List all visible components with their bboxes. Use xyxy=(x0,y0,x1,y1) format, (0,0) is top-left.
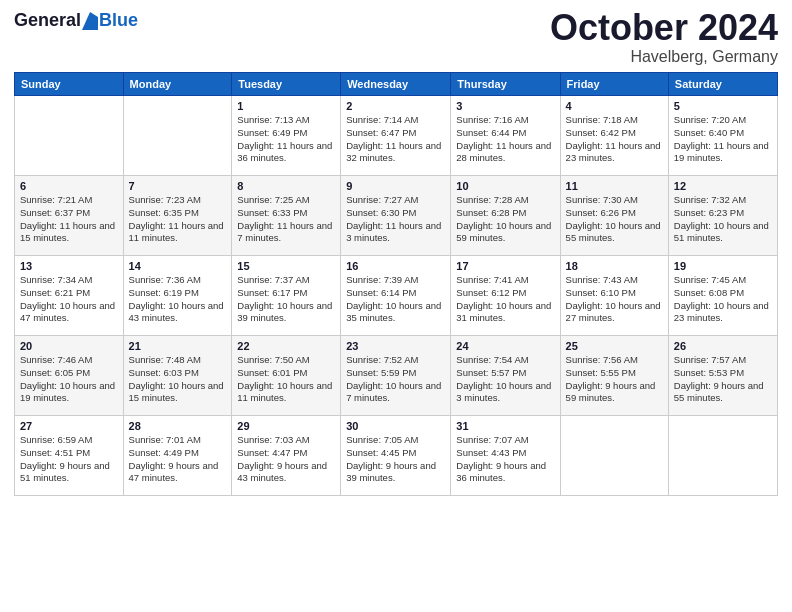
svg-marker-0 xyxy=(82,12,98,30)
day-sunrise: Sunrise: 7:20 AM xyxy=(674,114,746,125)
calendar-week-row: 27 Sunrise: 6:59 AM Sunset: 4:51 PM Dayl… xyxy=(15,416,778,496)
day-sunrise: Sunrise: 7:13 AM xyxy=(237,114,309,125)
day-number: 17 xyxy=(456,260,554,272)
day-daylight: Daylight: 10 hours and 7 minutes. xyxy=(346,380,441,404)
day-sunrise: Sunrise: 7:01 AM xyxy=(129,434,201,445)
day-sunset: Sunset: 5:53 PM xyxy=(674,367,744,378)
day-number: 25 xyxy=(566,340,663,352)
title-month: October 2024 xyxy=(550,10,778,46)
day-sunset: Sunset: 6:30 PM xyxy=(346,207,416,218)
day-sunrise: Sunrise: 7:05 AM xyxy=(346,434,418,445)
table-row: 2 Sunrise: 7:14 AM Sunset: 6:47 PM Dayli… xyxy=(341,96,451,176)
day-daylight: Daylight: 11 hours and 23 minutes. xyxy=(566,140,661,164)
col-wednesday: Wednesday xyxy=(341,73,451,96)
table-row: 7 Sunrise: 7:23 AM Sunset: 6:35 PM Dayli… xyxy=(123,176,232,256)
col-saturday: Saturday xyxy=(668,73,777,96)
day-daylight: Daylight: 11 hours and 36 minutes. xyxy=(237,140,332,164)
logo-blue: Blue xyxy=(99,10,138,31)
day-number: 23 xyxy=(346,340,445,352)
table-row xyxy=(668,416,777,496)
header: General Blue October 2024 Havelberg, Ger… xyxy=(14,10,778,66)
day-sunset: Sunset: 6:19 PM xyxy=(129,287,199,298)
table-row: 22 Sunrise: 7:50 AM Sunset: 6:01 PM Dayl… xyxy=(232,336,341,416)
table-row: 5 Sunrise: 7:20 AM Sunset: 6:40 PM Dayli… xyxy=(668,96,777,176)
day-sunset: Sunset: 6:17 PM xyxy=(237,287,307,298)
table-row: 20 Sunrise: 7:46 AM Sunset: 6:05 PM Dayl… xyxy=(15,336,124,416)
day-daylight: Daylight: 11 hours and 11 minutes. xyxy=(129,220,224,244)
day-number: 20 xyxy=(20,340,118,352)
day-number: 19 xyxy=(674,260,772,272)
col-sunday: Sunday xyxy=(15,73,124,96)
day-number: 10 xyxy=(456,180,554,192)
day-sunrise: Sunrise: 7:46 AM xyxy=(20,354,92,365)
table-row: 16 Sunrise: 7:39 AM Sunset: 6:14 PM Dayl… xyxy=(341,256,451,336)
day-daylight: Daylight: 9 hours and 36 minutes. xyxy=(456,460,546,484)
table-row: 31 Sunrise: 7:07 AM Sunset: 4:43 PM Dayl… xyxy=(451,416,560,496)
day-number: 24 xyxy=(456,340,554,352)
day-daylight: Daylight: 10 hours and 15 minutes. xyxy=(129,380,224,404)
day-sunset: Sunset: 6:21 PM xyxy=(20,287,90,298)
day-daylight: Daylight: 10 hours and 11 minutes. xyxy=(237,380,332,404)
logo: General Blue xyxy=(14,10,138,31)
day-sunrise: Sunrise: 7:23 AM xyxy=(129,194,201,205)
day-sunrise: Sunrise: 7:57 AM xyxy=(674,354,746,365)
day-daylight: Daylight: 9 hours and 43 minutes. xyxy=(237,460,327,484)
day-sunrise: Sunrise: 7:39 AM xyxy=(346,274,418,285)
table-row: 24 Sunrise: 7:54 AM Sunset: 5:57 PM Dayl… xyxy=(451,336,560,416)
day-number: 2 xyxy=(346,100,445,112)
day-number: 11 xyxy=(566,180,663,192)
day-sunrise: Sunrise: 7:32 AM xyxy=(674,194,746,205)
day-sunset: Sunset: 6:49 PM xyxy=(237,127,307,138)
table-row: 28 Sunrise: 7:01 AM Sunset: 4:49 PM Dayl… xyxy=(123,416,232,496)
day-daylight: Daylight: 10 hours and 23 minutes. xyxy=(674,300,769,324)
table-row: 12 Sunrise: 7:32 AM Sunset: 6:23 PM Dayl… xyxy=(668,176,777,256)
day-daylight: Daylight: 11 hours and 15 minutes. xyxy=(20,220,115,244)
day-daylight: Daylight: 9 hours and 39 minutes. xyxy=(346,460,436,484)
day-sunrise: Sunrise: 7:54 AM xyxy=(456,354,528,365)
day-sunrise: Sunrise: 7:50 AM xyxy=(237,354,309,365)
day-daylight: Daylight: 11 hours and 3 minutes. xyxy=(346,220,441,244)
day-sunrise: Sunrise: 7:48 AM xyxy=(129,354,201,365)
col-tuesday: Tuesday xyxy=(232,73,341,96)
calendar-table: Sunday Monday Tuesday Wednesday Thursday… xyxy=(14,72,778,496)
logo-general: General xyxy=(14,10,81,31)
day-sunrise: Sunrise: 7:34 AM xyxy=(20,274,92,285)
day-sunset: Sunset: 4:43 PM xyxy=(456,447,526,458)
col-friday: Friday xyxy=(560,73,668,96)
day-number: 15 xyxy=(237,260,335,272)
day-daylight: Daylight: 11 hours and 19 minutes. xyxy=(674,140,769,164)
day-sunset: Sunset: 6:40 PM xyxy=(674,127,744,138)
table-row: 19 Sunrise: 7:45 AM Sunset: 6:08 PM Dayl… xyxy=(668,256,777,336)
title-section: October 2024 Havelberg, Germany xyxy=(550,10,778,66)
day-sunset: Sunset: 4:47 PM xyxy=(237,447,307,458)
day-daylight: Daylight: 10 hours and 47 minutes. xyxy=(20,300,115,324)
day-sunrise: Sunrise: 7:43 AM xyxy=(566,274,638,285)
calendar-week-row: 1 Sunrise: 7:13 AM Sunset: 6:49 PM Dayli… xyxy=(15,96,778,176)
day-sunrise: Sunrise: 7:18 AM xyxy=(566,114,638,125)
table-row: 17 Sunrise: 7:41 AM Sunset: 6:12 PM Dayl… xyxy=(451,256,560,336)
logo-text: General Blue xyxy=(14,10,138,31)
day-daylight: Daylight: 10 hours and 27 minutes. xyxy=(566,300,661,324)
day-daylight: Daylight: 10 hours and 43 minutes. xyxy=(129,300,224,324)
day-number: 12 xyxy=(674,180,772,192)
calendar-week-row: 13 Sunrise: 7:34 AM Sunset: 6:21 PM Dayl… xyxy=(15,256,778,336)
table-row: 29 Sunrise: 7:03 AM Sunset: 4:47 PM Dayl… xyxy=(232,416,341,496)
day-number: 14 xyxy=(129,260,227,272)
day-sunrise: Sunrise: 7:30 AM xyxy=(566,194,638,205)
day-number: 5 xyxy=(674,100,772,112)
day-sunrise: Sunrise: 7:03 AM xyxy=(237,434,309,445)
col-thursday: Thursday xyxy=(451,73,560,96)
calendar-week-row: 20 Sunrise: 7:46 AM Sunset: 6:05 PM Dayl… xyxy=(15,336,778,416)
day-sunset: Sunset: 6:44 PM xyxy=(456,127,526,138)
day-daylight: Daylight: 11 hours and 28 minutes. xyxy=(456,140,551,164)
day-number: 30 xyxy=(346,420,445,432)
day-sunrise: Sunrise: 7:25 AM xyxy=(237,194,309,205)
day-daylight: Daylight: 9 hours and 55 minutes. xyxy=(674,380,764,404)
table-row xyxy=(560,416,668,496)
day-sunrise: Sunrise: 7:14 AM xyxy=(346,114,418,125)
calendar-header-row: Sunday Monday Tuesday Wednesday Thursday… xyxy=(15,73,778,96)
day-daylight: Daylight: 10 hours and 51 minutes. xyxy=(674,220,769,244)
table-row xyxy=(123,96,232,176)
table-row: 14 Sunrise: 7:36 AM Sunset: 6:19 PM Dayl… xyxy=(123,256,232,336)
day-number: 9 xyxy=(346,180,445,192)
